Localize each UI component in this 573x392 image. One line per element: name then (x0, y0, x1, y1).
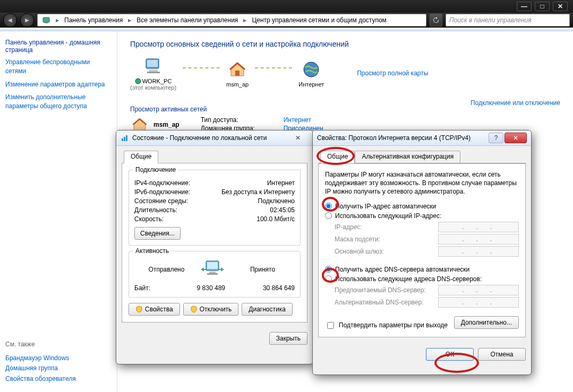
tab-general[interactable]: Общие (124, 151, 158, 163)
radio-auto-ip-label: Получить IP-адрес автоматически (335, 203, 436, 210)
activity-icon (199, 259, 230, 280)
disable-button[interactable]: Отключить (183, 303, 239, 316)
status-dialog: Состояние - Подключение по локальной сет… (116, 130, 313, 364)
minimize-button[interactable]: — (517, 2, 532, 11)
access-type-label: Тип доступа: (201, 116, 275, 124)
pc-subtitle: (этот компьютер) (130, 84, 176, 91)
tab-general-ip[interactable]: Общие (320, 151, 355, 163)
sidebar-footer-link[interactable]: Свойства обозревателя (5, 374, 112, 384)
status-title: Состояние - Подключение по локальной сет… (132, 134, 267, 142)
sidebar: Панель управления - домашняя страница Уп… (0, 31, 117, 392)
sidebar-link-wireless[interactable]: Управление беспроводными сетями (5, 58, 112, 76)
svg-rect-4 (149, 69, 158, 72)
duration-value: 02:45:05 (270, 206, 295, 214)
breadcrumb-seg[interactable]: Все элементы панели управления (134, 16, 240, 24)
tab-alt-config[interactable]: Альтернативная конфигурация (355, 151, 460, 163)
ap-name: msm_ap (226, 81, 249, 88)
svg-rect-15 (207, 273, 218, 275)
radio-manual-ip[interactable] (325, 212, 332, 219)
cancel-button[interactable]: Отмена (478, 348, 526, 361)
breadcrumb-seg[interactable]: Панель управления (62, 16, 125, 24)
radio-manual-dns-label: Использовать следующие адреса DNS-сервер… (335, 275, 482, 283)
sidebar-link-sharing[interactable]: Изменить дополнительные параметры общего… (5, 93, 112, 111)
page-title: Просмотр основных сведений о сети и наст… (130, 40, 560, 48)
radio-auto-dns[interactable] (325, 266, 332, 273)
shield-icon (135, 306, 143, 313)
close-dialog-button[interactable]: Закрыть (269, 332, 307, 345)
properties-button[interactable]: Свойства (129, 303, 180, 316)
breadcrumb-seg[interactable]: Центр управления сетями и общим доступом (250, 16, 389, 24)
status-titlebar[interactable]: Состояние - Подключение по локальной сет… (116, 130, 313, 146)
sidebar-home[interactable]: Панель управления - домашняя страница (5, 39, 112, 54)
maximize-button[interactable]: □ (535, 2, 550, 11)
address-bar: ◄ ► ▶ Панель управления ▶ Все элементы п… (0, 13, 573, 28)
network-name: msm_ap (153, 121, 179, 128)
breadcrumb[interactable]: ▶ Панель управления ▶ Все элементы панел… (37, 14, 426, 27)
speed-value: 100.0 Мбит/с (256, 215, 295, 223)
see-also-heading: См. также (5, 341, 112, 348)
media-value: Подключено (258, 197, 295, 205)
internet-label: Интернет (298, 81, 324, 88)
close-button[interactable]: ✕ (553, 2, 568, 11)
gateway-label: Основной шлюз: (335, 248, 438, 255)
breadcrumb-icon (40, 16, 53, 24)
media-label: Состояние среды: (134, 197, 188, 205)
pc-name: WORK_PC (142, 78, 172, 84)
full-map-link[interactable]: Просмотр полной карты (357, 69, 428, 77)
computer-icon (143, 56, 164, 77)
svg-point-8 (304, 62, 319, 77)
ipv4-intro-text: Параметры IP могут назначаться автоматич… (325, 170, 519, 196)
ipv4-title: Свойства: Протокол Интернета версии 4 (T… (317, 134, 471, 142)
status-tabstrip: Общие (122, 150, 307, 163)
shield-icon (190, 306, 198, 313)
back-button[interactable]: ◄ (3, 13, 17, 27)
sent-label: Отправлено (134, 266, 199, 273)
network-status-icon (121, 134, 129, 142)
status-close-button[interactable]: ✕ (287, 133, 309, 143)
bytes-label: Байт: (134, 284, 166, 292)
network-icon (227, 59, 248, 80)
subnet-label: Маска подсети: (335, 236, 438, 243)
svg-rect-14 (209, 272, 216, 273)
dns1-label: Предпочитаемый DNS-сервер: (335, 286, 438, 294)
sidebar-link-adapter[interactable]: Изменение параметров адаптера (5, 80, 112, 89)
svg-rect-7 (235, 71, 240, 76)
ipv4-titlebar[interactable]: Свойства: Протокол Интернета версии 4 (T… (313, 130, 531, 146)
bytes-recv: 30 864 649 (236, 284, 295, 292)
speed-label: Скорость: (134, 215, 164, 223)
ipv4-label: IPv4-подключение: (134, 179, 190, 187)
recv-label: Принято (230, 266, 295, 273)
active-networks-heading: Просмотр активных сетей (130, 106, 207, 113)
svg-rect-10 (124, 137, 125, 141)
svg-rect-9 (122, 138, 123, 141)
access-type-value: Интернет (284, 116, 311, 124)
radio-auto-dns-label: Получить адрес DNS-сервера автоматически (335, 266, 469, 273)
forward-button[interactable]: ► (20, 13, 34, 27)
ipv4-value: Интернет (267, 179, 295, 187)
validate-label: Подтвердить параметры при выходе (339, 321, 448, 329)
connect-disconnect-link[interactable]: Подключение или отключение (471, 99, 560, 115)
advanced-button[interactable]: Дополнительно... (454, 316, 519, 329)
details-button[interactable]: Сведения... (134, 227, 181, 240)
ipv4-help-button[interactable]: ? (489, 133, 503, 143)
search-input[interactable]: Поиск в панели управления (446, 14, 570, 27)
ok-button[interactable]: ОК (426, 348, 474, 361)
refresh-button[interactable] (430, 14, 442, 27)
diagnose-button[interactable]: Диагностика (242, 303, 293, 316)
validate-checkbox[interactable] (327, 322, 334, 329)
ipv4-dialog: Свойства: Протокол Интернета версии 4 (T… (312, 130, 532, 375)
ip-address-field: . . . (438, 222, 519, 232)
ipv6-value: Без доступа к Интернету (221, 188, 295, 196)
ipv4-close-button[interactable]: ✕ (504, 133, 527, 143)
radio-manual-dns[interactable] (325, 275, 332, 282)
svg-rect-3 (147, 60, 158, 67)
sidebar-footer-link[interactable]: Домашняя группа (5, 364, 112, 373)
svg-rect-13 (207, 262, 218, 269)
sidebar-footer-link[interactable]: Брандмауэр Windows (5, 354, 112, 363)
gateway-field: . . . (438, 246, 519, 257)
dns2-label: Альтернативный DNS-сервер: (335, 299, 438, 306)
dns2-field: . . . (438, 297, 519, 308)
group-connection: Подключение (133, 166, 178, 173)
ipv4-tabstrip: Общие Альтернативная конфигурация (318, 150, 526, 163)
radio-auto-ip[interactable] (325, 203, 332, 210)
